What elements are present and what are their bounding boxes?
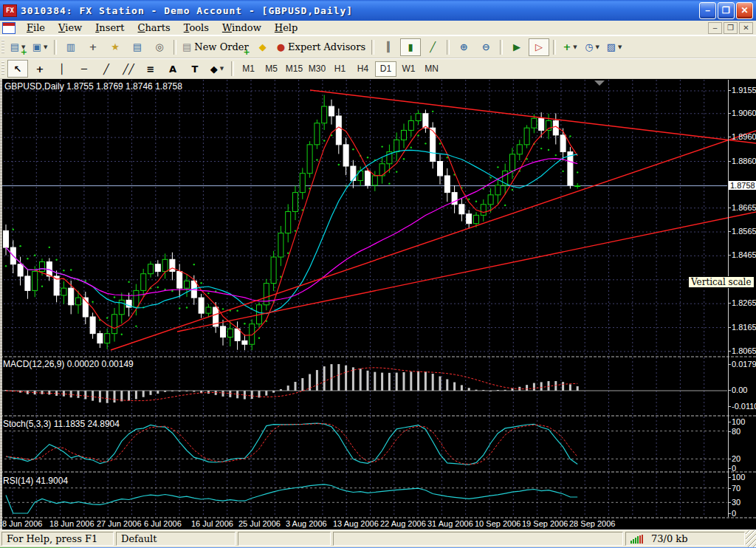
timeframe-m15-button[interactable]: M15 <box>284 61 305 77</box>
zoom-out-button[interactable]: ⊖ <box>475 38 496 56</box>
new-chart-button[interactable]: ▤+▼ <box>7 38 28 56</box>
stochastic-label: Stoch(5,3,3) 11.1835 24.8904 <box>3 419 120 429</box>
price-tick-label: 1.9060 <box>732 109 756 117</box>
text-button[interactable]: A <box>162 60 183 78</box>
periods-icon: ◷ <box>585 42 593 52</box>
connection-signal-icon <box>630 535 644 544</box>
auto-scroll-button[interactable]: ▶ <box>506 38 527 56</box>
dropdown-arrow-icon: ▼ <box>618 44 622 50</box>
strategy-tester-icon: ◎ <box>155 42 163 52</box>
date-tick-label: 19 Sep 2006 <box>522 519 568 528</box>
resize-grip[interactable] <box>746 530 756 547</box>
close-button[interactable]: ✕ <box>736 2 753 19</box>
chart-canvas[interactable] <box>0 79 756 530</box>
cursor-button[interactable]: ↖ <box>7 60 28 78</box>
terminal-button[interactable]: ▤ <box>127 38 148 56</box>
navigator-icon: ★ <box>111 42 120 52</box>
equidistant-channel-button[interactable]: ╱╱ <box>118 60 139 78</box>
indicators-button[interactable]: +▼ <box>560 38 580 56</box>
timeframe-h1-button[interactable]: H1 <box>329 61 351 77</box>
toolbar-separator <box>500 40 503 55</box>
dropdown-arrow-icon: ▼ <box>220 66 224 72</box>
mdi-restore-button[interactable]: ❐ <box>724 22 738 34</box>
periods-button[interactable]: ◷▼ <box>582 38 602 56</box>
timeframe-d1-button[interactable]: D1 <box>375 61 396 77</box>
new-order-label: New Order <box>194 41 248 52</box>
menu-insert[interactable]: Insert <box>89 21 131 35</box>
mdi-window-controls: – ❐ ✕ <box>707 22 756 34</box>
status-connection: 73/0 kb <box>625 532 745 546</box>
toolbar-separator <box>54 40 57 55</box>
chart-shift-button[interactable]: ▷ <box>529 38 549 56</box>
timeframe-mn-button[interactable]: MN <box>421 61 442 77</box>
cursor-icon: ↖ <box>14 64 22 74</box>
expert-advisors-button[interactable]: ●Expert Advisors <box>275 38 368 56</box>
date-tick-label: 18 Jun 2006 <box>49 519 94 528</box>
zoom-in-button[interactable]: ⊕ <box>453 38 474 56</box>
line-chart-button[interactable]: ╱ <box>422 38 443 56</box>
window-title: 3010384: FX Station - Demo Account - [GB… <box>21 5 698 16</box>
navigator-button[interactable]: ★ <box>105 38 126 56</box>
chart-document-icon[interactable] <box>2 22 16 34</box>
menu-help[interactable]: Help <box>268 21 305 35</box>
mdi-close-button[interactable]: ✕ <box>739 22 753 34</box>
price-tick-label: 1.8265 <box>732 298 756 307</box>
date-tick-label: 13 Aug 2006 <box>333 519 379 528</box>
bar-chart-button[interactable]: ║ <box>378 38 399 56</box>
terminal-icon: ▤ <box>133 42 142 52</box>
date-tick-label: 3 Aug 2006 <box>286 519 327 528</box>
status-help-text: For Help, press F1 <box>1 532 114 546</box>
status-profile[interactable]: Default <box>116 532 236 546</box>
toolbar-grip[interactable] <box>1 61 4 76</box>
mdi-minimize-button[interactable]: – <box>708 22 722 34</box>
menu-file[interactable]: File <box>20 21 52 35</box>
dropdown-arrow-icon: ▼ <box>573 44 577 50</box>
metaeditor-button[interactable]: ◆ <box>252 38 273 56</box>
strategy-tester-button[interactable]: ◎ <box>149 38 170 56</box>
timeframe-w1-button[interactable]: W1 <box>398 61 419 77</box>
menu-tools[interactable]: Tools <box>177 21 216 35</box>
text-label-button[interactable]: T <box>185 60 205 78</box>
date-tick-label: 27 Jun 2006 <box>97 519 142 528</box>
templates-button[interactable]: ▨▼ <box>604 38 625 56</box>
timeframe-h4-button[interactable]: H4 <box>352 61 374 77</box>
expert-advisors-label: Expert Advisors <box>288 41 365 52</box>
timeframe-m30-button[interactable]: M30 <box>306 61 328 77</box>
metaeditor-icon: ◆ <box>259 42 267 52</box>
line-chart-icon: ╱ <box>430 42 436 52</box>
date-tick-label: 6 Jul 2006 <box>144 519 182 528</box>
arrows-button[interactable]: ◆▼ <box>207 60 227 78</box>
trendline-button[interactable]: ╱ <box>96 60 117 78</box>
profiles-button[interactable]: ▣▼ <box>30 38 50 56</box>
new-order-button[interactable]: ▤+New Order <box>180 38 251 56</box>
menu-window[interactable]: Window <box>216 21 268 35</box>
crosshair-button[interactable]: + <box>30 60 50 78</box>
app-logo-icon: FX <box>3 4 17 17</box>
maximize-button[interactable]: ❐ <box>718 2 735 19</box>
toolbar-drawing: ↖+│─╱╱╱≡AT◆▼M1M5M15M30H1H4D1W1MN <box>0 58 756 79</box>
status-panel-empty-2 <box>333 532 623 546</box>
price-tick-label: 1.8465 <box>732 250 756 259</box>
menu-view[interactable]: View <box>52 21 89 35</box>
data-window-button[interactable]: + <box>83 38 103 56</box>
date-tick-label: 25 Jul 2006 <box>238 519 281 528</box>
price-scale-border <box>728 80 729 517</box>
auto-scroll-icon: ▶ <box>513 42 520 52</box>
vertical-line-button[interactable]: │ <box>52 60 72 78</box>
fibonacci-retracement-button[interactable]: ≡ <box>140 60 161 78</box>
timeframe-m5-button[interactable]: M5 <box>261 61 282 77</box>
market-watch-button[interactable]: ▥ <box>61 38 81 56</box>
price-tick-label: 1.8665 <box>732 203 756 212</box>
chart-area[interactable]: GBPUSD,Daily 1.8755 1.8769 1.8746 1.8758… <box>0 79 756 530</box>
date-tick-label: 8 Jun 2006 <box>2 519 42 528</box>
date-tick-label: 10 Sep 2006 <box>475 519 520 528</box>
chart-shift-icon: ▷ <box>535 42 543 52</box>
status-panel-empty-1 <box>238 532 331 546</box>
zoom-in-icon: ⊕ <box>460 42 468 52</box>
menu-charts[interactable]: Charts <box>131 21 177 35</box>
toolbar-grip[interactable] <box>1 40 4 55</box>
minimize-button[interactable]: – <box>699 2 716 19</box>
timeframe-m1-button[interactable]: M1 <box>238 61 259 77</box>
horizontal-line-button[interactable]: ─ <box>74 60 94 78</box>
candlesticks-button[interactable]: ▮ <box>400 38 421 56</box>
